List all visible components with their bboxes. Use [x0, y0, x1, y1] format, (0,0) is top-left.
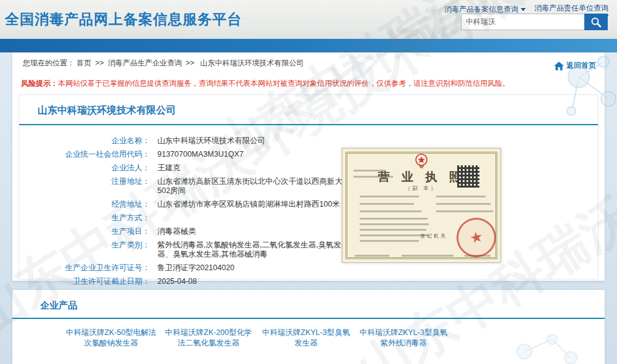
license-text-line [354, 176, 393, 178]
field-value: 王建克 [157, 163, 181, 173]
license-text-line [436, 196, 486, 197]
main-content-panel: 您现在的位置：首页 >> 消毒产品生产企业查询 >> 山东中科瑞沃环境技术有限公… [12, 52, 605, 281]
field-value: 消毒器械类 [157, 227, 196, 236]
info-row-production-item: 生产项目： 消毒器械类 [19, 227, 598, 236]
search-icon [590, 17, 602, 28]
license-qr-code [457, 165, 479, 188]
products-panel: 企业产品 中科瑞沃牌ZK-50型电解法次氯酸钠发生器 中科瑞沃牌ZK-200型化… [12, 290, 605, 364]
products-list: 中科瑞沃牌ZK-50型电解法次氯酸钠发生器 中科瑞沃牌ZK-200型化学法二氧化… [12, 328, 605, 349]
field-value: 鲁卫消证字202104020 [157, 263, 234, 273]
field-label: 注册地址： [19, 177, 150, 196]
nav-unit-query-label: 消毒产品责任单位查询 [534, 3, 608, 14]
company-fields: 企业名称： 山东中科瑞沃环境技术有限公司 企业统一社会信用代码： 9137070… [19, 125, 598, 286]
seal-star-icon: ★ [468, 229, 484, 246]
field-label: 生产方式： [19, 213, 150, 223]
field-label: 企业法人： [19, 163, 150, 173]
site-title: 全国消毒产品网上备案信息服务平台 [5, 10, 242, 29]
info-row-business-address: 经营地址： 山东省潍坊市寒亭区双杨店镇前湖淋埠出村路西100米 [19, 200, 598, 209]
breadcrumb-separator: >> [95, 59, 104, 67]
info-row-production-mode: 生产方式： [19, 213, 598, 223]
header-divider-bar [0, 39, 617, 52]
breadcrumb-separator: >> [186, 59, 194, 67]
license-text-line [360, 240, 419, 242]
product-link[interactable]: 中科瑞沃牌ZKYL-3型臭氧发生器 [259, 328, 353, 349]
search-bar [461, 14, 608, 30]
chevron-down-icon [521, 8, 526, 11]
license-text-line [360, 210, 421, 212]
field-label: 生产类别： [19, 241, 150, 259]
info-row-production-category: 生产类别： 紫外线消毒器,次氯酸钠发生器,二氧化氯发生器,臭氧发生器、臭氧水发生… [19, 241, 598, 259]
license-text-line [360, 218, 428, 220]
breadcrumb-row: 您现在的位置：首页 >> 消毒产品生产企业查询 >> 山东中科瑞沃环境技术有限公… [12, 52, 605, 73]
field-label: 生产项目： [19, 227, 150, 236]
breadcrumb-category-link[interactable]: 消毒产品生产企业查询 [108, 59, 182, 67]
section-underline [12, 318, 605, 319]
back-home-link[interactable]: 返回首页 [554, 60, 596, 71]
back-home-label: 返回首页 [566, 60, 596, 71]
field-value: 山东省潍坊市寒亭区双杨店镇前湖淋埠出村路西100米 [157, 200, 340, 209]
license-text-line [360, 196, 419, 197]
field-label: 生产企业卫生许可证号： [19, 263, 150, 273]
business-license-image: 营 业 执 照 （副 本） 登记机关 ★ [342, 148, 501, 263]
license-text-line [360, 234, 429, 236]
license-text-line [436, 210, 493, 212]
field-label: 卫生许可证截止日期： [19, 277, 150, 286]
field-value: 紫外线消毒器,次氯酸钠发生器,二氧化氯发生器,臭氧发生器、臭氧水发生器,其他器械… [157, 241, 361, 259]
license-text-line [360, 223, 429, 225]
license-text-line [355, 255, 389, 257]
field-label: 经营地址： [19, 200, 150, 209]
breadcrumb: 您现在的位置：首页 >> 消毒产品生产企业查询 >> 山东中科瑞沃环境技术有限公… [21, 58, 305, 68]
license-text-line [354, 170, 386, 172]
products-section-title: 企业产品 [12, 290, 605, 318]
risk-notice: 风险提示：本网站仅基于已掌握的信息提供查询服务，查询结果不代表本网站对被查询对象… [12, 73, 605, 90]
info-row-registered-address: 注册地址： 山东省潍坊高新区玉清东街以北中心次干道以西商新大厦502房间 [19, 177, 598, 196]
home-icon [554, 62, 564, 70]
product-link[interactable]: 中科瑞沃牌ZKYL-3型臭氧紫外线消毒器 [357, 328, 450, 349]
info-row-license-expiry: 卫生许可证截止日期： 2025-04-08 [19, 277, 598, 286]
company-info-card: 山东中科瑞沃环境技术有限公司 企业名称： 山东中科瑞沃环境技术有限公司 企业统一… [19, 94, 598, 279]
breadcrumb-prefix: 您现在的位置： [23, 59, 75, 67]
search-input[interactable] [461, 14, 584, 30]
field-value: 山东中科瑞沃环境技术有限公司 [157, 136, 265, 146]
info-row-legal-person: 企业法人： 王建克 [19, 163, 598, 173]
license-text-line [360, 203, 414, 205]
field-value: 91370700MA3M3U1QX7 [157, 150, 244, 159]
company-title: 山东中科瑞沃环境技术有限公司 [19, 95, 598, 124]
info-row-name: 企业名称： 山东中科瑞沃环境技术有限公司 [19, 136, 598, 146]
breadcrumb-home-link[interactable]: 首页 [77, 59, 91, 67]
license-text-line [360, 229, 426, 231]
breadcrumb-current: 山东中科瑞沃环境技术有限公司 [200, 59, 304, 67]
field-label: 企业名称： [19, 136, 150, 146]
page-header: 全国消毒产品网上备案信息服务平台 消毒产品备案信息查询 消毒产品责任单位查询 [0, 0, 617, 39]
risk-notice-text: 本网站仅基于已掌握的信息提供查询服务，查询结果不代表本网站对被查询对象信用状况的… [58, 79, 510, 88]
product-link[interactable]: 中科瑞沃牌ZK-200型化学法二氧化氯发生器 [162, 328, 255, 349]
risk-notice-label: 风险提示： [21, 79, 58, 88]
info-row-credit-code: 企业统一社会信用代码： 91370700MA3M3U1QX7 [19, 150, 598, 159]
field-value: 山东省潍坊高新区玉清东街以北中心次干道以西商新大厦502房间 [157, 177, 361, 196]
search-button[interactable] [584, 14, 608, 30]
field-label: 企业统一社会信用代码： [19, 150, 150, 159]
license-registrar-label: 登记机关 [420, 233, 447, 239]
product-link[interactable]: 中科瑞沃牌ZK-50型电解法次氯酸钠发生器 [64, 328, 158, 349]
license-text-line [436, 203, 491, 205]
info-row-hygiene-license-no: 生产企业卫生许可证号： 鲁卫消证字202104020 [19, 263, 598, 273]
license-text-line [402, 255, 453, 257]
field-value: 2025-04-08 [157, 277, 197, 286]
